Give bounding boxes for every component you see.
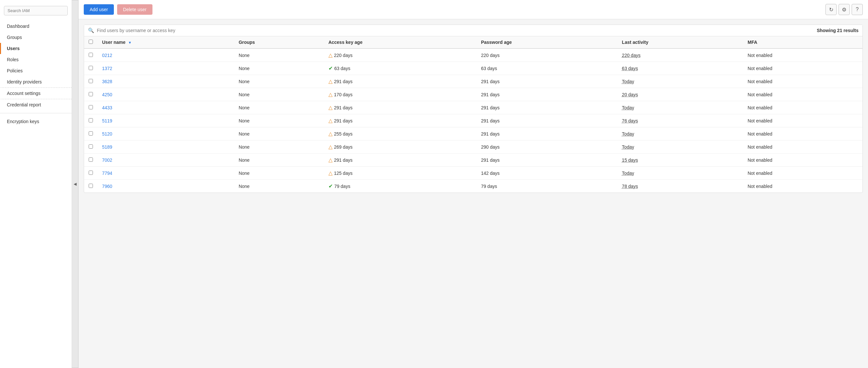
warning-icon: △ [329,52,333,58]
user-name-link[interactable]: 0212 [102,53,112,58]
warning-icon: △ [329,170,333,176]
last-activity-cell: Today [617,75,743,88]
last-activity-cell: Today [617,101,743,114]
sidebar-collapse-button[interactable]: ◀ [72,0,79,368]
add-user-button[interactable]: Add user [84,4,114,15]
row-checkbox[interactable] [89,118,93,122]
access-key-age-cell: ✔ 63 days [324,62,477,75]
user-name-link[interactable]: 5120 [102,131,112,137]
user-name-cell: 5189 [97,140,234,153]
access-key-age-cell: △ 125 days [324,167,477,180]
row-checkbox[interactable] [89,158,93,162]
user-name-cell: 0212 [97,49,234,62]
results-count: Showing 21 results [473,28,859,33]
last-activity-link[interactable]: 76 days [622,118,638,123]
sidebar-item-account-settings[interactable]: Account settings [0,88,72,99]
access-key-age-cell: △ 291 days [324,114,477,128]
last-activity-link[interactable]: 220 days [622,53,641,58]
access-key-age-cell: △ 269 days [324,140,477,153]
last-activity-link[interactable]: 15 days [622,158,638,163]
groups-cell: None [234,75,323,88]
content-area: 🔍 Showing 21 results User name ▼ [79,19,868,368]
access-key-status: △ 291 days [329,105,353,111]
select-all-checkbox[interactable] [89,39,93,44]
sidebar-item-identity-providers[interactable]: Identity providers [0,76,72,88]
access-key-age-cell: △ 291 days [324,75,477,88]
access-key-age-cell: △ 170 days [324,88,477,101]
row-checkbox[interactable] [89,66,93,70]
help-button[interactable]: ? [851,4,863,15]
user-name-cell: 7794 [97,167,234,180]
password-age-cell: 220 days [476,49,617,62]
sidebar-item-dashboard[interactable]: Dashboard [0,21,72,32]
row-checkbox[interactable] [89,92,93,96]
refresh-button[interactable]: ↻ [826,4,837,15]
last-activity-cell: 20 days [617,88,743,101]
user-name-link[interactable]: 4433 [102,105,112,110]
user-name-link[interactable]: 5119 [102,118,112,123]
delete-user-button[interactable]: Delete user [117,4,152,15]
password-age-cell: 79 days [476,180,617,193]
user-name-cell: 7960 [97,180,234,193]
last-activity-link[interactable]: Today [622,105,634,110]
sidebar-item-encryption-keys[interactable]: Encryption keys [0,116,72,127]
table-row: 4250None△ 170 days291 days20 daysNot ena… [84,88,862,101]
last-activity-link[interactable]: 78 days [622,184,638,189]
row-checkbox[interactable] [89,79,93,83]
sidebar-item-policies[interactable]: Policies [0,65,72,76]
last-activity-link[interactable]: Today [622,171,634,176]
user-name-link[interactable]: 5189 [102,144,112,150]
table-row: 5120None△ 255 days291 daysTodayNot enabl… [84,128,862,140]
last-activity-link[interactable]: Today [622,144,634,150]
groups-cell: None [234,128,323,140]
row-checkbox-cell [84,88,97,101]
select-all-header [84,36,97,49]
last-activity-link[interactable]: 63 days [622,66,638,71]
groups-cell: None [234,180,323,193]
row-checkbox[interactable] [89,171,93,175]
row-checkbox-cell [84,153,97,167]
last-activity-link[interactable]: Today [622,131,634,137]
user-name-link[interactable]: 7794 [102,171,112,176]
row-checkbox[interactable] [89,131,93,136]
row-checkbox[interactable] [89,184,93,188]
user-name-link[interactable]: 4250 [102,92,112,97]
password-age-cell: 291 days [476,75,617,88]
user-name-link[interactable]: 7002 [102,158,112,163]
col-password-age: Password age [476,36,617,49]
search-row: 🔍 Showing 21 results [84,25,862,36]
last-activity-cell: 220 days [617,49,743,62]
sidebar-item-roles[interactable]: Roles [0,54,72,65]
user-search-input[interactable] [97,28,228,33]
last-activity-link[interactable]: 20 days [622,92,638,97]
access-key-status: △ 125 days [329,170,353,176]
access-key-age-cell: △ 255 days [324,128,477,140]
col-last-activity: Last activity [617,36,743,49]
row-checkbox[interactable] [89,105,93,109]
sidebar-item-credential-report[interactable]: Credential report [0,99,72,110]
mfa-cell: Not enabled [743,101,862,114]
password-age-cell: 291 days [476,101,617,114]
search-iam-input[interactable] [4,6,68,16]
groups-cell: None [234,62,323,75]
password-age-cell: 291 days [476,88,617,101]
warning-icon: △ [329,91,333,97]
table-row: 7002None△ 291 days291 days15 daysNot ena… [84,153,862,167]
access-key-age-cell: △ 220 days [324,49,477,62]
sidebar-item-groups[interactable]: Groups [0,32,72,43]
col-username[interactable]: User name ▼ [97,36,234,49]
user-name-link[interactable]: 1372 [102,66,112,71]
table-row: 7794None△ 125 days142 daysTodayNot enabl… [84,167,862,180]
settings-button[interactable]: ⚙ [839,4,850,15]
row-checkbox[interactable] [89,144,93,149]
toolbar-left: Add user Delete user [84,4,152,15]
table-row: 1372None✔ 63 days63 days63 daysNot enabl… [84,62,862,75]
search-box[interactable] [4,6,68,16]
row-checkbox[interactable] [89,53,93,57]
last-activity-cell: 63 days [617,62,743,75]
user-name-link[interactable]: 3628 [102,79,112,84]
sidebar-item-users[interactable]: Users [0,43,72,54]
user-name-link[interactable]: 7960 [102,184,112,189]
sort-icon: ▼ [128,40,131,45]
last-activity-link[interactable]: Today [622,79,634,84]
